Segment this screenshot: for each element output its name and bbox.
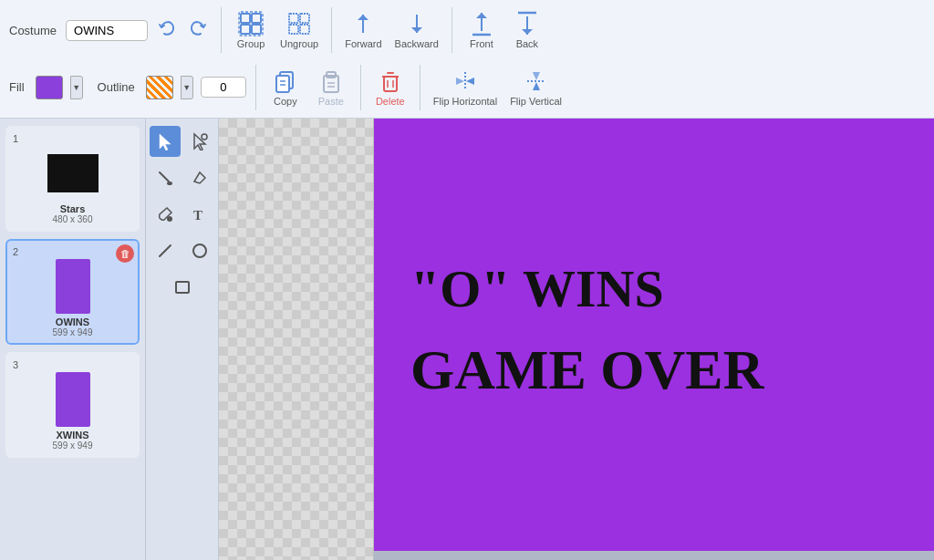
- separator-2: [331, 7, 332, 53]
- svg-rect-7: [289, 25, 298, 34]
- separator-1: [221, 7, 222, 53]
- toolbar: Costume: [0, 0, 934, 119]
- outline-dropdown-arrow[interactable]: ▼: [181, 76, 193, 99]
- outline-color-swatch[interactable]: [146, 76, 173, 99]
- svg-point-46: [167, 181, 172, 185]
- svg-rect-40: [56, 259, 90, 314]
- front-icon: [469, 11, 494, 36]
- svg-rect-3: [252, 25, 261, 34]
- fill-label: Fill: [9, 80, 25, 94]
- svg-marker-34: [456, 78, 464, 85]
- flip-vertical-button[interactable]: Flip Vertical: [506, 67, 566, 109]
- svg-rect-52: [176, 282, 189, 293]
- svg-point-51: [193, 244, 206, 257]
- delete-icon: [378, 68, 403, 94]
- costume-thumb-3: [46, 372, 100, 427]
- delete-icon-svg: [378, 68, 403, 94]
- line-tool-button[interactable]: [150, 235, 181, 266]
- text-tool-button[interactable]: T: [184, 199, 215, 230]
- redo-icon: [188, 18, 208, 38]
- svg-marker-18: [522, 29, 533, 35]
- xwins-thumb-svg: [56, 372, 90, 427]
- svg-marker-42: [160, 134, 171, 150]
- group-button[interactable]: Group: [231, 9, 271, 51]
- flip-horizontal-button[interactable]: Flip Horizontal: [430, 67, 501, 109]
- tool-row-5: [167, 272, 198, 303]
- fill-tool-button[interactable]: [150, 199, 181, 230]
- outline-value-input[interactable]: [201, 77, 246, 98]
- svg-rect-39: [47, 154, 99, 192]
- delete-costume-badge[interactable]: 🗑: [116, 244, 134, 263]
- circle-tool-icon: [191, 242, 209, 260]
- delete-button[interactable]: Delete: [370, 67, 410, 109]
- undo-icon: [157, 18, 177, 38]
- forward-button[interactable]: Forward: [341, 9, 385, 51]
- costume-name-input[interactable]: [66, 20, 148, 41]
- outline-label: Outline: [98, 80, 135, 94]
- ungroup-button[interactable]: Ungroup: [276, 9, 322, 51]
- svg-rect-5: [289, 14, 298, 23]
- brush-tool-icon: [156, 169, 174, 187]
- svg-line-45: [160, 172, 169, 181]
- select-tool-button[interactable]: [150, 126, 181, 157]
- fill-tool-icon: [156, 205, 174, 223]
- circle-tool-button[interactable]: [184, 235, 215, 266]
- group-label: Group: [237, 38, 265, 49]
- flip-v-icon-svg: [524, 68, 549, 94]
- svg-rect-21: [276, 76, 289, 92]
- copy-label: Copy: [274, 96, 297, 107]
- canvas-area: "O" WINS GAME OVER: [219, 119, 934, 560]
- undo-redo-group: [153, 15, 212, 47]
- costume-size-1: 480 x 360: [53, 214, 93, 224]
- svg-rect-1: [252, 14, 261, 23]
- svg-rect-2: [241, 25, 250, 34]
- costume-item-owins[interactable]: 2 🗑 OWINS 599 x 949: [5, 239, 140, 345]
- svg-marker-37: [533, 72, 540, 80]
- costume-size-2: 599 x 949: [53, 327, 93, 337]
- stars-thumb-svg: [47, 154, 99, 192]
- redo-button[interactable]: [184, 15, 212, 47]
- separator-6: [420, 65, 420, 110]
- backward-button[interactable]: Backward: [391, 9, 442, 51]
- fill-color-swatch[interactable]: [36, 76, 63, 99]
- select2-tool-button[interactable]: [184, 126, 215, 157]
- owins-thumb-svg: [56, 259, 90, 314]
- forward-icon-svg: [350, 11, 376, 36]
- canvas-main[interactable]: "O" WINS GAME OVER: [374, 119, 934, 560]
- rect-tool-button[interactable]: [167, 272, 198, 303]
- costume-item-xwins[interactable]: 3 XWINS 599 x 949: [5, 352, 140, 458]
- paste-button[interactable]: Paste: [311, 67, 351, 109]
- copy-button[interactable]: Copy: [265, 67, 306, 109]
- toolbar-row-2: Fill ▼ Outline ▼ Copy: [9, 65, 925, 110]
- copy-icon: [273, 68, 298, 94]
- costume-name-3: XWINS: [56, 430, 88, 441]
- ungroup-label: Ungroup: [280, 38, 318, 49]
- svg-marker-47: [194, 172, 205, 183]
- eraser-tool-button[interactable]: [184, 162, 215, 193]
- svg-point-48: [167, 216, 172, 222]
- costume-list: 1 Stars 480 x 360 2 🗑 OWINS 599 x 949 3: [0, 119, 146, 560]
- select2-tool-icon: [191, 132, 209, 150]
- svg-marker-13: [411, 27, 422, 33]
- undo-button[interactable]: [153, 15, 181, 47]
- brush-tool-button[interactable]: [150, 162, 181, 193]
- separator-5: [360, 65, 361, 110]
- fill-dropdown-arrow[interactable]: ▼: [70, 76, 83, 99]
- costume-thumb-2: [46, 259, 100, 314]
- back-button[interactable]: Back: [507, 9, 547, 51]
- canvas-text-line1: "O" WINS: [410, 258, 664, 319]
- front-button[interactable]: Front: [462, 9, 502, 51]
- svg-rect-6: [300, 14, 309, 23]
- main-area: 1 Stars 480 x 360 2 🗑 OWINS 599 x 949 3: [0, 119, 934, 560]
- backward-icon: [404, 11, 430, 36]
- tool-row-3: T: [150, 199, 215, 230]
- forward-label: Forward: [345, 38, 381, 49]
- eraser-tool-icon: [191, 169, 209, 187]
- text-tool-icon: T: [191, 205, 209, 223]
- svg-rect-0: [241, 14, 250, 23]
- canvas-scrollbar[interactable]: [374, 551, 934, 560]
- costume-item-stars[interactable]: 1 Stars 480 x 360: [5, 126, 140, 232]
- tool-row-2: [150, 162, 215, 193]
- ungroup-icon-svg: [286, 11, 312, 36]
- back-label: Back: [516, 38, 538, 49]
